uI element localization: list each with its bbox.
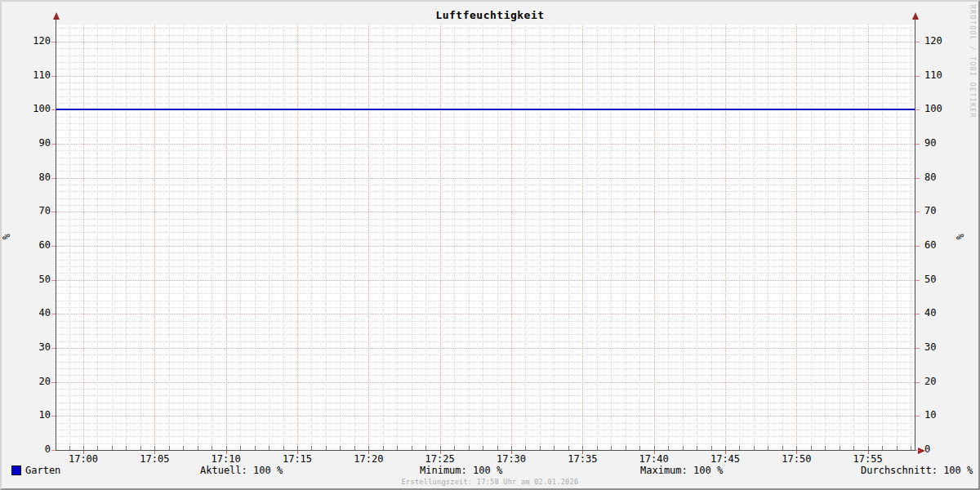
x-tick-label: 17:35 bbox=[558, 454, 607, 465]
gridline-major-vertical bbox=[796, 24, 797, 450]
gridline-minor-horizontal bbox=[56, 403, 915, 403]
x-tick-mark-minor bbox=[425, 446, 426, 450]
gridline-minor-vertical bbox=[112, 24, 113, 450]
gridline-minor-vertical bbox=[311, 24, 312, 450]
x-tick-mark-minor bbox=[483, 446, 483, 450]
y-tick-mark-right bbox=[915, 382, 920, 383]
y-tick-label-left: 90 bbox=[15, 138, 51, 149]
gridline-minor-vertical bbox=[853, 24, 854, 450]
gridline-minor-vertical bbox=[882, 24, 883, 450]
y-tick-mark-right bbox=[915, 280, 920, 281]
gridline-minor-vertical bbox=[212, 24, 212, 450]
x-tick-mark-minor bbox=[126, 446, 127, 450]
gridline-minor-vertical bbox=[739, 24, 740, 450]
gridline-minor-horizontal bbox=[56, 368, 915, 369]
x-tick-mark-minor bbox=[739, 446, 740, 450]
x-tick-mark-minor bbox=[711, 446, 712, 450]
x-tick-mark-minor bbox=[440, 446, 441, 450]
gridline-major-horizontal bbox=[56, 348, 915, 349]
x-tick-mark-minor bbox=[240, 446, 241, 450]
x-tick-mark-minor bbox=[796, 446, 797, 450]
gridline-minor-vertical bbox=[412, 24, 412, 450]
y-tick-mark-right bbox=[915, 348, 920, 349]
y-tick-label-left: 110 bbox=[15, 70, 51, 81]
y-tick-mark-right bbox=[915, 178, 920, 179]
gridline-major-horizontal bbox=[56, 246, 915, 247]
y-axis-left bbox=[56, 18, 56, 451]
x-tick-mark-minor bbox=[368, 446, 369, 450]
x-tick-mark-minor bbox=[525, 446, 526, 450]
stat-minimum: Minimum: 100 % bbox=[420, 465, 502, 476]
x-tick-mark-minor bbox=[782, 446, 783, 450]
gridline-minor-horizontal bbox=[56, 82, 915, 83]
x-tick-label: 17:30 bbox=[487, 454, 536, 465]
x-tick-mark-minor bbox=[697, 446, 697, 450]
x-tick-mark-minor bbox=[269, 446, 270, 450]
gridline-minor-horizontal bbox=[56, 164, 915, 165]
gridline-major-horizontal bbox=[56, 76, 915, 77]
x-tick-mark-minor bbox=[97, 446, 98, 450]
x-tick-mark-minor bbox=[768, 446, 768, 450]
plot-area bbox=[56, 24, 915, 450]
x-tick-label: 17:20 bbox=[344, 454, 393, 465]
x-tick-mark-minor bbox=[882, 446, 883, 450]
series-line-garten bbox=[56, 109, 915, 110]
y-tick-label-left: 70 bbox=[15, 206, 51, 216]
gridline-minor-horizontal bbox=[56, 191, 915, 192]
y-tick-mark-right bbox=[915, 212, 920, 212]
x-tick-mark-minor bbox=[911, 446, 911, 450]
gridline-minor-vertical bbox=[768, 24, 768, 450]
x-tick-label: 17:05 bbox=[130, 454, 179, 465]
x-tick-mark-minor bbox=[840, 446, 840, 450]
x-tick-mark-minor bbox=[83, 446, 84, 450]
x-tick-mark-minor bbox=[340, 446, 341, 450]
gridline-minor-horizontal bbox=[56, 327, 915, 328]
y-axis-right bbox=[915, 18, 915, 451]
x-tick-mark-minor bbox=[169, 446, 170, 450]
x-tick-mark-minor bbox=[626, 446, 626, 450]
gridline-minor-horizontal bbox=[56, 252, 915, 253]
x-tick-mark-minor bbox=[397, 446, 398, 450]
x-tick-mark-minor bbox=[255, 446, 256, 450]
gridline-minor-horizontal bbox=[56, 28, 915, 29]
y-tick-mark-left bbox=[51, 144, 56, 145]
y-tick-mark-left bbox=[51, 109, 56, 110]
gridline-minor-horizontal bbox=[56, 48, 915, 49]
y-tick-label-left: 30 bbox=[15, 342, 51, 353]
gridline-minor-vertical bbox=[326, 24, 327, 450]
gridline-major-vertical bbox=[582, 24, 583, 450]
gridline-minor-horizontal bbox=[56, 436, 915, 437]
gridline-minor-horizontal bbox=[56, 395, 915, 396]
gridline-minor-horizontal bbox=[56, 137, 915, 138]
gridline-minor-vertical bbox=[683, 24, 684, 450]
gridline-major-vertical bbox=[154, 24, 155, 450]
y-tick-label-right: 50 bbox=[924, 274, 960, 285]
x-tick-label: 17:10 bbox=[202, 454, 251, 465]
gridline-minor-horizontal bbox=[56, 69, 915, 69]
gridline-minor-vertical bbox=[469, 24, 470, 450]
y-tick-label-left: 40 bbox=[15, 308, 51, 318]
gridline-minor-vertical bbox=[383, 24, 384, 450]
gridline-minor-vertical bbox=[97, 24, 98, 450]
y-tick-mark-right bbox=[915, 450, 920, 451]
x-axis bbox=[56, 450, 920, 451]
x-tick-label: 17:25 bbox=[416, 454, 465, 465]
gridline-minor-vertical bbox=[611, 24, 612, 450]
gridline-major-horizontal bbox=[56, 314, 915, 314]
x-tick-mark-minor bbox=[811, 446, 812, 450]
y-axis-unit-left: % bbox=[1, 234, 12, 239]
y-axis-right-arrow-icon bbox=[912, 12, 919, 20]
gridline-minor-vertical bbox=[668, 24, 669, 450]
gridline-minor-horizontal bbox=[56, 409, 915, 410]
x-tick-label: 17:50 bbox=[772, 454, 821, 465]
gridline-minor-horizontal bbox=[56, 89, 915, 90]
legend: Garten Aktuell: 100 % Minimum: 100 % Max… bbox=[2, 465, 978, 476]
gridline-minor-horizontal bbox=[56, 362, 915, 363]
y-tick-label-right: 90 bbox=[924, 138, 960, 149]
y-tick-label-right: 70 bbox=[924, 206, 960, 216]
gridline-minor-vertical bbox=[354, 24, 355, 450]
x-tick-mark-minor bbox=[597, 446, 598, 450]
gridline-minor-horizontal bbox=[56, 198, 915, 199]
gridline-minor-vertical bbox=[140, 24, 141, 450]
rrdtool-humidity-graph: Luftfeuchtigkeit RRDTOOL / TOBI OETIKER … bbox=[0, 0, 980, 490]
